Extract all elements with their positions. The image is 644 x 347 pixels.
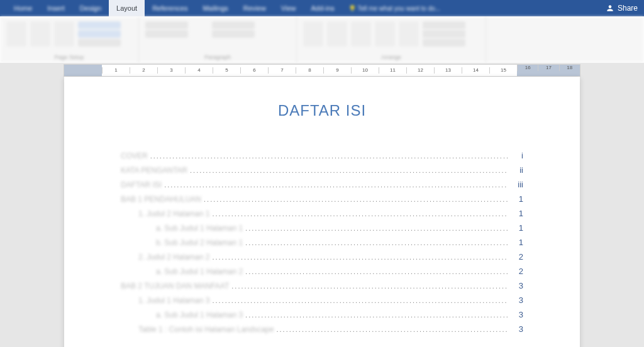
group-page-setup: Page Setup [0,16,139,63]
toc-leader: ........................................… [212,253,508,261]
group-label-page-setup: Page Setup [6,54,132,60]
toc-row[interactable]: BAB 2 TUJUAN DAN MANFAAT................… [121,281,523,291]
indent-left-input[interactable] [145,21,188,29]
share-label: Share [618,4,638,13]
toc-row[interactable]: DAFTAR ISI..............................… [121,180,523,190]
ruler-mark: 8 [296,67,323,74]
toc-leader: ........................................… [204,196,508,203]
toc-leader: ........................................… [245,268,508,275]
toc-leader: ........................................… [212,297,508,304]
toc-page-number: 3 [508,310,523,319]
toc-row[interactable]: a. Sub Judul 1 Halaman 3................… [121,310,523,320]
toc-row[interactable]: COVER...................................… [121,151,523,161]
rotate-button[interactable] [423,39,465,47]
orientation-button[interactable] [30,21,50,47]
position-button[interactable] [303,21,323,47]
toc-entry-label: 2. Judul 2 Halaman 2 [138,253,209,262]
tab-home[interactable]: Home [6,0,40,16]
tab-view[interactable]: View [274,0,304,16]
toc-row[interactable]: Table 1 : Contoh isi Halaman Landscape..… [121,324,523,334]
toc-leader: ........................................… [245,239,508,246]
toc-leader: ........................................… [190,167,508,174]
toc-leader: ........................................… [150,152,508,160]
document-page[interactable]: DAFTAR ISI COVER........................… [64,77,580,347]
toc-entry-label: 1. Judul 2 Halaman 1 [138,209,209,218]
tab-design[interactable]: Design [72,0,109,16]
ruler-mark: 16 [517,65,538,71]
selection-pane-button[interactable] [399,21,419,47]
ruler-mark: 12 [406,67,434,74]
ruler-mark: 18 [559,65,580,71]
toc-page-number: ii [508,165,523,175]
ruler-mark: 7 [268,67,296,74]
toc-page-number: i [508,151,523,160]
page-title: DAFTAR ISI [121,102,523,119]
hyphenation-button[interactable] [78,39,121,47]
size-button[interactable] [54,21,74,47]
ruler-mark: 4 [185,67,213,74]
group-arrange: Arrange [297,16,486,63]
breaks-button[interactable] [78,21,121,29]
wrap-text-button[interactable] [327,21,347,47]
bring-forward-button[interactable] [351,21,371,47]
ruler-mark: 13 [434,67,462,74]
indent-right-input[interactable] [145,30,188,38]
share-button[interactable]: Share [606,0,638,16]
toc-entry-label: BAB 2 TUJUAN DAN MANFAAT [121,282,229,290]
toc-leader: ........................................… [245,311,508,319]
ruler-mark: 11 [379,67,406,74]
group-label-paragraph: Paragraph [145,54,290,60]
spacing-before-input[interactable] [212,21,255,29]
toc-entry-label: a. Sub Judul 1 Halaman 1 [156,224,243,233]
toc-entry-label: a. Sub Judul 1 Halaman 3 [156,311,243,319]
toc-row[interactable]: a. Sub Judul 1 Halaman 2................… [121,267,523,277]
align-button[interactable] [423,21,465,29]
toc-entry-label: b. Sub Judul 2 Halaman 1 [156,238,243,247]
toc-row[interactable]: a. Sub Judul 1 Halaman 1................… [121,223,523,233]
toc-entry-label: Table 1 : Contoh isi Halaman Landscape [138,325,274,334]
tab-addins[interactable]: Add-ins [304,0,342,16]
toc-entry-label: 1. Judul 1 Halaman 3 [138,296,209,305]
margins-button[interactable] [6,21,26,47]
ribbon-tabs: Home Insert Design Layout References Mai… [0,0,644,16]
send-backward-button[interactable] [375,21,395,47]
tab-layout[interactable]: Layout [109,0,145,16]
ruler-mark: 17 [538,65,558,71]
ruler-mark: 9 [323,67,351,74]
horizontal-ruler[interactable]: 1 2 3 4 5 6 7 8 9 10 11 12 13 14 15 16 1… [64,64,580,77]
tab-insert[interactable]: Insert [40,0,72,16]
toc-row[interactable]: KATA PENGANTAR..........................… [121,165,523,175]
toc-leader: ........................................… [164,181,508,189]
tab-review[interactable]: Review [236,0,274,16]
ribbon-body: Page Setup Paragraph [0,16,644,63]
toc-entry-label: KATA PENGANTAR [121,166,187,175]
toc-page-number: 3 [508,281,523,290]
ruler-mark: 5 [213,67,240,74]
ruler-mark: 1 [102,67,130,74]
ruler-left-margin [64,65,102,76]
tell-me-search[interactable]: 💡 Tell me what you want to do... [348,5,440,12]
tab-mailings[interactable]: Mailings [195,0,235,16]
toc-page-number: 2 [508,252,523,262]
ruler-mark: 14 [462,67,489,74]
toc-entry-label: COVER [121,151,148,160]
toc-row[interactable]: 1. Judul 2 Halaman 1....................… [121,209,523,219]
spacing-after-input[interactable] [212,30,255,38]
toc-leader: ........................................… [231,282,508,290]
ruler-mark: 3 [157,67,185,74]
toc-page-number: 1 [508,223,523,233]
toc-leader: ........................................… [212,210,508,218]
toc-page-number: iii [508,180,523,189]
line-numbers-button[interactable] [78,30,121,38]
toc-row[interactable]: 2. Judul 2 Halaman 2....................… [121,252,523,262]
group-button[interactable] [423,30,465,38]
ruler-mark: 10 [351,67,379,74]
tab-references[interactable]: References [145,0,195,16]
toc-page-number: 1 [508,194,523,204]
toc-page-number: 3 [508,295,523,305]
toc-entry-label: a. Sub Judul 1 Halaman 2 [156,267,243,276]
share-icon [606,4,614,13]
toc-row[interactable]: b. Sub Judul 2 Halaman 1................… [121,238,523,248]
toc-row[interactable]: 1. Judul 1 Halaman 3....................… [121,295,523,306]
toc-row[interactable]: BAB 1 PENDAHULUAN.......................… [121,194,523,204]
